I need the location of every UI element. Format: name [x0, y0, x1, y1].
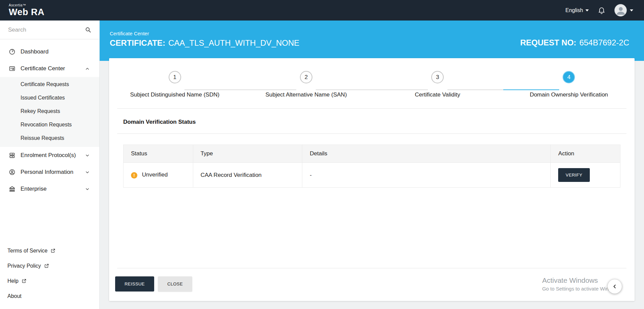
body: Dashboard Certificate Center [0, 21, 644, 309]
column-header-status: Status [124, 145, 193, 163]
sidebar-item-label: Certificate Center [21, 65, 65, 72]
details-cell: - [302, 163, 551, 188]
sidebar-item-rekey-requests[interactable]: Rekey Requests [0, 105, 99, 118]
bell-icon [598, 6, 606, 14]
chevron-down-icon [85, 170, 90, 175]
certificate-card: 1 Subject Distinguished Name (SDN) 2 Sub… [109, 58, 635, 301]
column-header-type: Type [193, 145, 302, 163]
external-link-icon [50, 248, 56, 253]
verify-button[interactable]: VERIFY [558, 168, 589, 182]
sidebar-item-reissue-requests[interactable]: Reissue Requests [0, 131, 99, 145]
action-cell: VERIFY [551, 163, 620, 188]
chevron-up-icon [85, 66, 90, 71]
step-number: 3 [431, 71, 444, 83]
external-link-icon [22, 278, 27, 283]
submenu-item-label: Revocation Requests [21, 122, 72, 128]
chevron-down-icon [85, 187, 90, 192]
warning-icon: ! [131, 172, 137, 179]
footer-link-label: Terms of Service [7, 248, 47, 254]
column-header-action: Action [551, 145, 620, 163]
sidebar-item-personal-information[interactable]: Personal Information [0, 164, 99, 181]
sidebar-search [0, 21, 99, 39]
sidebar-item-certificate-requests[interactable]: Certificate Requests [0, 78, 99, 91]
footer-link-label: Privacy Policy [7, 263, 41, 269]
sidebar-item-enterprise[interactable]: Enterprise [0, 181, 99, 197]
about-link[interactable]: About [7, 288, 99, 304]
chevron-left-icon [612, 283, 618, 289]
avatar [614, 4, 627, 16]
external-link-icon [44, 263, 49, 268]
privacy-policy-link[interactable]: Privacy Policy [7, 258, 99, 273]
footer-link-label: About [7, 293, 22, 299]
card-footer: REISSUE CLOSE [109, 268, 635, 301]
sidebar-menu: Dashboard Certificate Center [0, 39, 99, 197]
certificate-label: CERTIFICATE: [110, 38, 165, 48]
step-domain-ownership-verification[interactable]: 4 Domain Ownership Verification [503, 71, 635, 98]
page-title: CERTIFICATE: CAA_TLS_AUTH_WITH_DV_NONE [110, 38, 299, 48]
certificate-name: CAA_TLS_AUTH_WITH_DV_NONE [168, 38, 299, 48]
language-label: English [566, 7, 583, 13]
topbar-right: English [566, 4, 633, 16]
brand-ascertia-label: Ascertia™ [9, 4, 44, 7]
caret-down-icon [585, 9, 589, 11]
table-header-row: Status Type Details Action [124, 145, 620, 163]
submenu-item-label: Certificate Requests [21, 81, 69, 87]
table-row: ! Unverified CAA Record Verification - V… [124, 163, 620, 188]
footer-link-label: Help [7, 278, 19, 284]
enterprise-icon [9, 186, 15, 192]
language-selector[interactable]: English [566, 7, 589, 13]
sidebar-item-revocation-requests[interactable]: Revocation Requests [0, 118, 99, 131]
brand-webra-label: Web RA [9, 8, 44, 17]
step-label: Subject Distinguished Name (SDN) [130, 91, 219, 98]
collapse-panel-button[interactable] [608, 279, 622, 294]
notifications-button[interactable] [598, 6, 606, 14]
dashboard-icon [9, 48, 15, 55]
status-cell: ! Unverified [124, 163, 193, 188]
request-number: REQUEST NO: 654B7692-2C [520, 38, 629, 47]
person-icon [9, 169, 15, 176]
section-title: Domain Verification Status [109, 109, 635, 125]
terms-of-service-link[interactable]: Terms of Service [7, 243, 99, 258]
step-label: Domain Ownership Verification [530, 91, 608, 98]
content: 1 Subject Distinguished Name (SDN) 2 Sub… [100, 61, 644, 309]
sidebar-item-label: Enrolment Protocol(s) [21, 152, 76, 159]
sidebar-item-enrolment-protocols[interactable]: Enrolment Protocol(s) [0, 147, 99, 164]
step-number: 4 [563, 71, 575, 83]
sidebar-item-label: Enterprise [21, 186, 46, 192]
step-number: 1 [169, 71, 181, 83]
column-header-details: Details [302, 145, 551, 163]
sidebar: Dashboard Certificate Center [0, 21, 100, 309]
step-number: 2 [300, 71, 312, 83]
step-sdn[interactable]: 1 Subject Distinguished Name (SDN) [109, 71, 240, 98]
protocol-icon [9, 152, 15, 159]
reissue-button[interactable]: REISSUE [115, 276, 154, 292]
certificate-center-submenu: Certificate Requests Issued Certificates… [0, 77, 99, 147]
submenu-item-label: Reissue Requests [21, 135, 64, 141]
type-cell: CAA Record Verification [193, 163, 302, 188]
main-area: Certificate Center CERTIFICATE: CAA_TLS_… [100, 21, 644, 309]
submenu-item-label: Issued Certificates [21, 95, 65, 101]
sidebar-item-certificate-center[interactable]: Certificate Center [0, 60, 99, 77]
step-san[interactable]: 2 Subject Alternative Name (SAN) [240, 71, 372, 98]
stepper: 1 Subject Distinguished Name (SDN) 2 Sub… [109, 58, 635, 98]
close-button[interactable]: CLOSE [158, 276, 192, 292]
user-menu[interactable] [614, 4, 633, 16]
page-header: Certificate Center CERTIFICATE: CAA_TLS_… [100, 21, 644, 61]
step-certificate-validity[interactable]: 3 Certificate Validity [372, 71, 503, 98]
sidebar-item-issued-certificates[interactable]: Issued Certificates [0, 91, 99, 105]
search-icon[interactable] [85, 27, 91, 33]
sidebar-item-label: Personal Information [21, 169, 73, 176]
brand-logo[interactable]: Ascertia™ Web RA [9, 4, 44, 17]
chevron-down-icon [85, 153, 90, 158]
search-input[interactable] [8, 27, 85, 33]
caret-down-icon [630, 9, 633, 11]
divider [117, 133, 626, 134]
sidebar-item-dashboard[interactable]: Dashboard [0, 43, 99, 60]
request-no-label: REQUEST NO: [520, 38, 576, 47]
step-label: Subject Alternative Name (SAN) [265, 91, 347, 98]
help-link[interactable]: Help [7, 273, 99, 288]
page-header-left: Certificate Center CERTIFICATE: CAA_TLS_… [110, 31, 299, 48]
domain-verification-table: Status Type Details Action ! Unverified [123, 145, 620, 188]
step-label: Certificate Validity [415, 91, 460, 98]
breadcrumb: Certificate Center [110, 31, 299, 36]
